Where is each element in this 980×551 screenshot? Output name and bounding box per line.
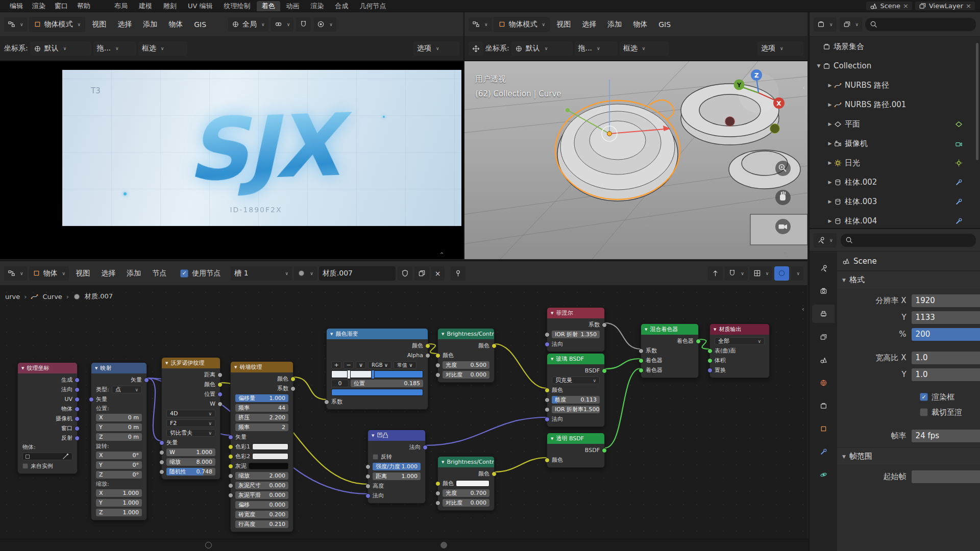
property-value-field[interactable]: 200 [912,328,980,341]
properties-tab-output[interactable] [812,305,835,323]
shader-type-dropdown[interactable]: 物体∨ [29,266,69,281]
left-vp-editor-type-button[interactable]: ∨ [4,17,27,32]
workspace-tab[interactable]: UV 编辑 [183,1,218,11]
right-vp-options-dropdown[interactable]: 选项∨ [757,41,803,56]
active-stop-color[interactable] [331,389,423,396]
right-vp-menu-视图[interactable]: 视图 [552,20,575,29]
value-slider[interactable]: 灰泥平滑0.000 [235,491,288,499]
outliner-display-mode-dropdown[interactable]: ∨ [814,17,837,32]
topbar-menu[interactable]: 编辑 [5,1,28,11]
collapse-icon[interactable]: ▼ [551,311,553,315]
breadcrumb-data[interactable]: Curve [42,293,62,300]
node-mix-shader[interactable]: ▼混合着色器着色器系数着色器着色器 [641,323,699,378]
workspace-tab[interactable]: 雕刻 [158,1,182,11]
value-slider[interactable]: Z0 m [96,433,142,441]
outliner-row[interactable]: ▶摄像机 [810,134,980,153]
workspace-tab[interactable]: 布局 [109,1,133,11]
socket[interactable] [159,460,164,465]
value-slider[interactable]: 强度/力度1.000 [373,463,421,470]
ramp-handle[interactable] [347,370,351,379]
node-brick-texture[interactable]: ▼砖墙纹理颜色系数偏移量1.000频率44挤压2.200频率2矢量色彩1色彩2灰… [230,361,293,532]
triangle-down-icon[interactable]: ▼ [815,63,823,68]
node-header[interactable]: ▼Brightness/Contrast [438,457,494,467]
topbar-menu[interactable]: 帮助 [72,1,95,11]
socket[interactable] [228,473,233,479]
socket[interactable] [545,342,550,347]
node-checkbox[interactable] [373,454,378,460]
value-slider[interactable]: X0° [96,452,142,459]
value-slider[interactable]: 光度0.700 [443,489,489,497]
outliner-filter-dropdown[interactable]: ∨ [840,17,863,32]
planedata-icon[interactable] [955,120,963,128]
value-slider[interactable]: 对比度0.000 [443,499,489,507]
collapse-icon[interactable]: ▼ [714,328,716,332]
properties-tab-world[interactable] [812,373,835,392]
checkbox-group[interactable]: 裁切至渲 [920,408,962,417]
transform-orientation-dropdown[interactable]: 全局∨ [228,17,268,32]
preview-dropdown[interactable]: ∨ [791,266,803,281]
value-slider[interactable]: 频率2 [235,423,288,431]
socket[interactable] [290,386,296,391]
workspace-tab[interactable]: 动画 [281,1,305,11]
property-value-field[interactable]: 1.0 [912,368,980,381]
socket[interactable] [639,358,644,363]
socket[interactable] [602,322,607,328]
node-header[interactable]: ▼颜色渐变 [327,329,428,339]
material-slot-dropdown[interactable]: 槽 1∨ [231,266,292,281]
socket[interactable] [228,483,233,488]
socket[interactable] [545,407,550,412]
socket[interactable] [217,382,223,387]
right-vp-menu-物体[interactable]: 物体 [628,20,652,29]
collapse-icon[interactable]: ▼ [645,328,647,332]
node-header[interactable]: ▼沃罗诺伊纹理 [162,358,220,368]
colorramp-gradient[interactable] [331,370,423,378]
socket[interactable] [75,407,80,412]
right-vp-menu-选择[interactable]: 选择 [577,20,601,29]
value-slider[interactable]: Y0° [96,461,142,469]
checkbox-group[interactable]: ✓渲染框 [920,392,954,402]
properties-tab-physics[interactable] [812,465,835,484]
value-slider[interactable]: 糙度0.113 [552,396,600,404]
outliner-row[interactable]: ▶柱体.003 [810,192,980,211]
color-swatch[interactable] [252,443,288,450]
node-checkbox[interactable] [22,463,28,469]
color-swatch[interactable] [456,480,489,487]
viewlayer-selector[interactable]: ViewLayer × [915,2,975,10]
value-slider[interactable]: 行高度0.210 [235,520,288,528]
unlink-material-button[interactable]: × [431,266,445,281]
breadcrumb-material[interactable]: 材质.007 [85,292,113,301]
right-vp-menu-GIS[interactable]: GIS [654,20,675,29]
triangle-right-icon[interactable]: ▶ [826,83,834,88]
color-mode-dropdown[interactable]: RGB ∨ [368,361,391,369]
stop-position-slider[interactable]: 位置0.185 [351,380,423,387]
properties-tab-render[interactable] [812,282,835,300]
socket[interactable] [545,417,550,422]
left-vp-options-dropdown[interactable]: 选项∨ [413,41,459,56]
property-value-field[interactable]: 1920 [912,294,980,307]
node-menu-选择[interactable]: 选择 [96,269,120,278]
outliner-row[interactable]: ▶NURBS 路径.001 [810,95,980,114]
socket[interactable] [75,436,80,441]
checkbox[interactable] [920,408,928,416]
use-nodes-checkbox[interactable]: ✓ [180,269,188,278]
socket[interactable] [545,388,550,393]
socket[interactable] [492,343,497,348]
right-vp-mode-dropdown[interactable]: 物体模式∨ [494,17,550,32]
value-slider[interactable]: Y0 m [96,423,142,431]
fake-user-button[interactable] [398,266,412,281]
right-vp-move-tool-button[interactable] [469,41,483,56]
value-slider[interactable]: Z0° [96,471,142,479]
value-slider[interactable]: 对比度0.000 [443,371,489,379]
add-stop-button[interactable]: + [331,361,341,369]
socket[interactable] [365,464,371,469]
node-dropdown[interactable]: 贝克曼∨ [552,377,600,384]
value-slider[interactable]: 光度0.500 [443,361,489,369]
socket[interactable] [545,397,550,403]
topbar-menu[interactable]: 渲染 [28,1,50,11]
node-mapping[interactable]: ▼映射矢量类型:点∨矢量位置:X0 mY0 mZ0 m旋转:X0°Y0°Z0°缩… [91,362,147,520]
new-material-button[interactable] [414,266,429,281]
color-swatch[interactable] [249,463,288,469]
socket[interactable] [492,471,497,477]
sidebar-toggle-icon[interactable]: ‹ [802,305,804,313]
left-vp-menu-添加[interactable]: 添加 [138,20,162,29]
